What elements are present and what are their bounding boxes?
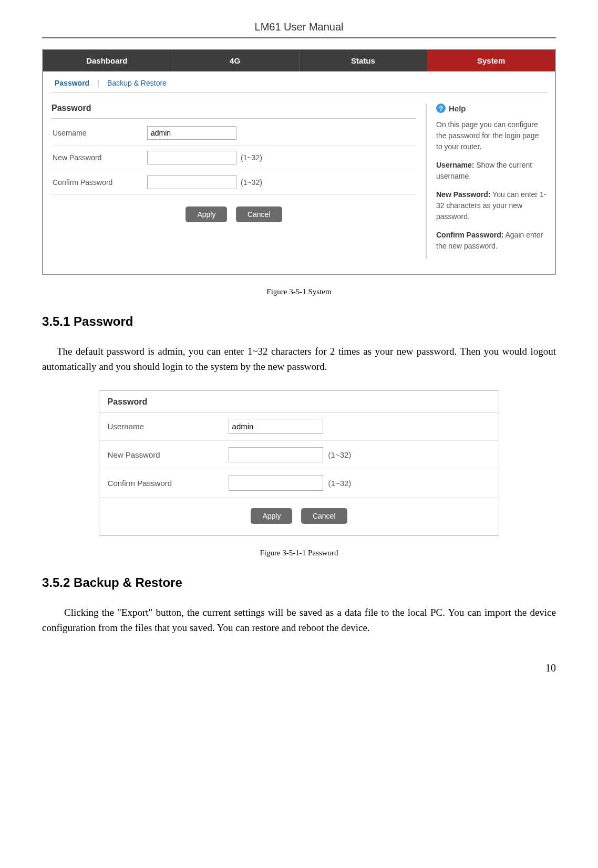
nav-status[interactable]: Status bbox=[300, 50, 428, 71]
help-panel: ? Help On this page you can configure th… bbox=[426, 104, 547, 259]
confirm-password-input[interactable] bbox=[147, 175, 236, 189]
section-3-5-1-heading: 3.5.1 Password bbox=[42, 314, 556, 329]
cancel-button-2[interactable]: Cancel bbox=[301, 508, 347, 524]
apply-button[interactable]: Apply bbox=[185, 206, 227, 222]
confirm-password-label-2: Confirm Password bbox=[108, 479, 229, 488]
new-password-input-2[interactable] bbox=[229, 447, 323, 462]
username-input-2[interactable] bbox=[229, 419, 323, 434]
section-3-5-1-body: The default password is admin, you can e… bbox=[42, 344, 556, 375]
panel-title-2: Password bbox=[99, 391, 499, 412]
section-3-5-2-body: Clicking the "Export" button, the curren… bbox=[42, 605, 556, 636]
sub-tab-bar: Password Backup & Restore bbox=[43, 71, 555, 93]
new-password-row-2: New Password (1~32) bbox=[99, 441, 499, 469]
new-password-hint-2: (1~32) bbox=[328, 450, 352, 459]
help-title: Help bbox=[449, 104, 466, 113]
section-3-5-2-heading: 3.5.2 Backup & Restore bbox=[42, 575, 556, 590]
username-label: Username bbox=[53, 129, 147, 137]
cancel-button[interactable]: Cancel bbox=[236, 206, 282, 222]
subtab-password[interactable]: Password bbox=[50, 77, 94, 89]
confirm-password-row: Confirm Password (1~32) bbox=[51, 170, 416, 195]
new-password-hint: (1~32) bbox=[241, 153, 262, 162]
figure-3-5-1-caption: Figure 3-5-1 System bbox=[42, 287, 556, 296]
confirm-password-row-2: Confirm Password (1~32) bbox=[99, 469, 499, 498]
new-password-input[interactable] bbox=[147, 151, 236, 164]
apply-button-2[interactable]: Apply bbox=[251, 508, 292, 524]
button-row-2: Apply Cancel bbox=[99, 498, 499, 535]
username-row-2: Username bbox=[99, 412, 499, 441]
nav-4g[interactable]: 4G bbox=[171, 50, 300, 71]
confirm-password-hint: (1~32) bbox=[241, 178, 262, 187]
password-form-screenshot: Password Username New Password (1~32) Co… bbox=[99, 390, 500, 536]
button-row: Apply Cancel bbox=[51, 206, 416, 222]
confirm-password-label: Confirm Password bbox=[53, 178, 147, 187]
figure-3-5-1-1-caption: Figure 3-5-1-1 Password bbox=[42, 549, 556, 557]
confirm-password-input-2[interactable] bbox=[229, 476, 323, 491]
confirm-password-hint-2: (1~32) bbox=[328, 479, 352, 488]
panel-title: Password bbox=[51, 104, 416, 119]
new-password-label-2: New Password bbox=[108, 450, 229, 459]
page-number: 10 bbox=[42, 662, 556, 674]
help-newpassword: New Password: You can enter 1-32 charact… bbox=[436, 189, 547, 222]
username-input[interactable] bbox=[147, 126, 236, 140]
help-icon: ? bbox=[436, 104, 446, 113]
subtab-separator bbox=[98, 80, 99, 87]
system-password-screenshot: Dashboard 4G Status System Password Back… bbox=[42, 49, 556, 275]
help-username: Username: Show the current username. bbox=[436, 160, 547, 182]
help-intro: On this page you can configure the passw… bbox=[436, 119, 547, 152]
nav-dashboard[interactable]: Dashboard bbox=[43, 50, 171, 71]
new-password-label: New Password bbox=[53, 153, 147, 162]
top-nav-bar: Dashboard 4G Status System bbox=[43, 50, 555, 71]
nav-system[interactable]: System bbox=[427, 50, 555, 71]
new-password-row: New Password (1~32) bbox=[51, 146, 416, 170]
document-header: LM61 User Manual bbox=[42, 21, 556, 38]
username-label-2: Username bbox=[108, 422, 229, 431]
username-row: Username bbox=[51, 121, 416, 146]
password-form-panel: Password Username New Password (1~32) Co… bbox=[51, 104, 416, 259]
help-confirmpassword: Confirm Password: Again enter the new pa… bbox=[436, 230, 547, 252]
subtab-backup-restore[interactable]: Backup & Restore bbox=[103, 77, 171, 89]
